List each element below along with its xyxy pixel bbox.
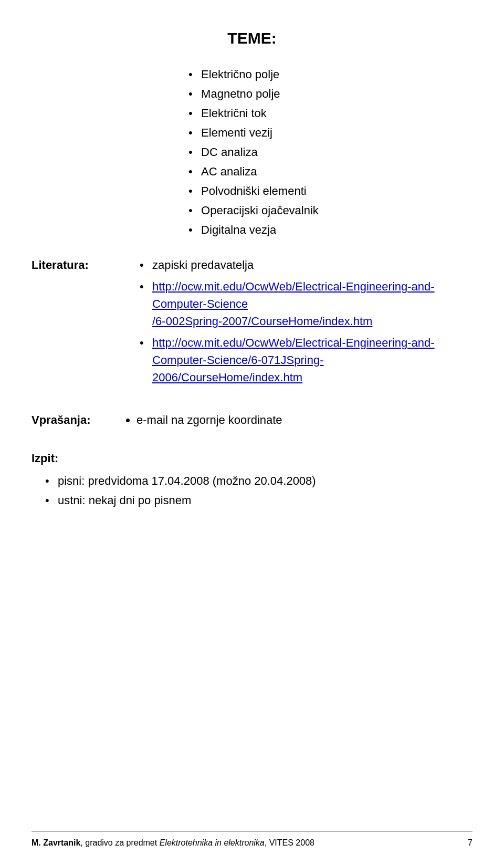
teme-item: Polvodniški elementi	[185, 182, 319, 200]
footer-after: , VITES 2008	[265, 838, 314, 847]
literatura-item: zapiski predavatelja	[136, 256, 472, 274]
vprasanja-section: Vprašanja: e-mail na zgornje koordinate	[32, 411, 472, 429]
teme-item: Operacijski ojačevalnik	[185, 202, 319, 219]
izpit-list: pisni: predvidoma 17.04.2008 (možno 20.0…	[32, 472, 472, 509]
literatura-section: Literatura: zapiski predavateljahttp://o…	[32, 256, 472, 390]
teme-heading: TEME:	[32, 26, 472, 50]
izpit-label: Izpit:	[32, 450, 472, 467]
vprasanja-label: Vprašanja:	[32, 411, 136, 429]
literatura-list: zapiski predavateljahttp://ocw.mit.edu/O…	[136, 256, 472, 386]
teme-item: Električni tok	[185, 105, 319, 122]
literatura-item: http://ocw.mit.edu/OcwWeb/Electrical-Eng…	[136, 334, 472, 386]
izpit-item: pisni: predvidoma 17.04.2008 (možno 20.0…	[42, 472, 472, 489]
teme-item: Električno polje	[185, 66, 319, 83]
literatura-content: zapiski predavateljahttp://ocw.mit.edu/O…	[136, 256, 472, 390]
page-content: TEME: Električno poljeMagnetno poljeElek…	[32, 21, 472, 522]
footer-author: M. Zavrtanik	[32, 838, 80, 847]
teme-item: Digitalna vezja	[185, 221, 319, 238]
literatura-label: Literatura:	[32, 256, 136, 274]
footer: M. Zavrtanik, gradivo za predmet Elektro…	[32, 831, 472, 849]
literatura-link[interactable]: http://ocw.mit.edu/OcwWeb/Electrical-Eng…	[152, 336, 435, 384]
teme-item: Elementi vezij	[185, 124, 319, 141]
footer-page: 7	[468, 837, 472, 849]
teme-item: DC analiza	[185, 143, 319, 161]
footer-middle: , gradivo za predmet	[80, 838, 159, 847]
vprasanja-content: e-mail na zgornje koordinate	[136, 411, 472, 429]
footer-text: M. Zavrtanik, gradivo za predmet Elektro…	[32, 837, 314, 849]
footer-course: Elektrotehnika in elektronika	[160, 838, 265, 847]
literatura-item: http://ocw.mit.edu/OcwWeb/Electrical-Eng…	[136, 278, 472, 330]
izpit-section: Izpit: pisni: predvidoma 17.04.2008 (mož…	[32, 450, 472, 511]
vprasanja-item: e-mail na zgornje koordinate	[136, 411, 472, 429]
teme-item: AC analiza	[185, 163, 319, 180]
teme-list: Električno poljeMagnetno poljeElektrični…	[185, 66, 319, 241]
teme-section: TEME: Električno poljeMagnetno poljeElek…	[32, 21, 472, 241]
izpit-content: pisni: predvidoma 17.04.2008 (možno 20.0…	[32, 472, 472, 511]
literatura-link[interactable]: http://ocw.mit.edu/OcwWeb/Electrical-Eng…	[152, 280, 435, 328]
vprasanja-list: e-mail na zgornje koordinate	[136, 411, 472, 429]
teme-item: Magnetno polje	[185, 85, 319, 102]
izpit-item: ustni: nekaj dni po pisnem	[42, 492, 472, 509]
